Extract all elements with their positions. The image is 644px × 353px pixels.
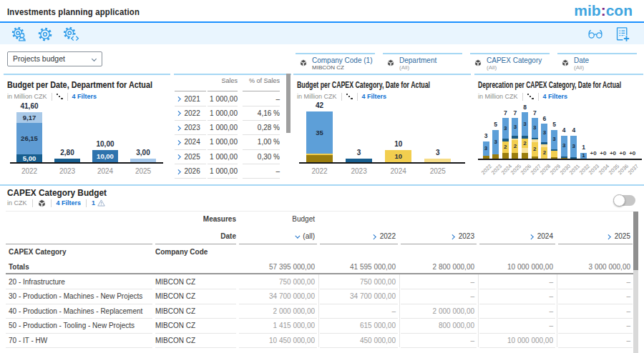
expand-chevron-icon[interactable] [176, 111, 180, 115]
filter-value: (All) [574, 64, 584, 71]
year-cell[interactable]: 2025 [177, 153, 208, 161]
header-underline [401, 244, 477, 244]
chart3-bar-segment[interactable] [532, 139, 538, 142]
budget-value-cell: 750 000,00 [239, 278, 317, 286]
chart2-bar-segment[interactable] [306, 154, 333, 155]
chart-filters-link[interactable]: 4 Filters [72, 93, 97, 100]
row-separator [155, 318, 236, 319]
row-separator [239, 289, 317, 289]
column-separator [557, 289, 557, 303]
drill-icon[interactable] [346, 94, 353, 100]
separator [86, 199, 87, 207]
year-cell[interactable]: 2023 [177, 124, 208, 131]
toolbar [0, 23, 644, 44]
drill-icon[interactable] [527, 94, 534, 100]
table-filters-link[interactable]: 4 Filters [57, 199, 82, 207]
chart3-bar-segment[interactable] [502, 139, 509, 141]
filter-token-company-code-1[interactable]: Company Code (1)MIBCON CZ [296, 53, 375, 71]
chart1-x-axis [10, 162, 163, 164]
year-column-label: 2022 [380, 232, 396, 240]
header-underline [239, 244, 317, 244]
expand-chevron-icon[interactable] [176, 154, 180, 159]
chart-filters-link[interactable]: 4 Filters [362, 93, 387, 100]
sales-table-scrollbar-thumb[interactable] [286, 74, 291, 133]
chevron-down-icon[interactable] [296, 234, 300, 238]
dimension-cube-icon [474, 59, 482, 66]
chart3-total-label: 4 [552, 126, 595, 134]
budget-value-cell: 450 000,00 [320, 337, 398, 344]
column-separator [399, 289, 400, 303]
row-separator [401, 304, 477, 304]
chart-unit-label: in Million CZK [297, 93, 337, 100]
user-gear-icon[interactable] [11, 26, 27, 42]
expand-chevron-icon[interactable] [176, 140, 180, 144]
expand-chevron-icon[interactable] [606, 234, 610, 239]
budget-value-cell: – [479, 292, 555, 300]
filter-token-department[interactable]: Department(All) [383, 53, 462, 71]
year-column-header[interactable]: 2025 [558, 232, 633, 240]
year-column-header[interactable]: 2023 [401, 232, 477, 240]
expand-chevron-icon[interactable] [176, 96, 180, 101]
chart3-bar-segment[interactable] [512, 153, 518, 159]
chart2-bar-segment[interactable] [306, 155, 333, 162]
chart2-segment-label: 10 [379, 152, 417, 160]
header-underline [175, 91, 206, 91]
expand-chevron-icon[interactable] [176, 126, 180, 130]
row-separator [239, 318, 317, 319]
expand-chevron-icon[interactable] [176, 169, 180, 174]
expand-chevron-icon[interactable] [529, 234, 533, 239]
year-label: 2023 [185, 124, 200, 131]
chart3-bar-segment[interactable] [522, 153, 528, 159]
year-column-header[interactable]: 2024 [479, 232, 555, 240]
chart3-bar-segment[interactable] [541, 142, 547, 144]
chart3-bar-segment[interactable] [551, 151, 557, 156]
warning-icon [97, 199, 105, 207]
chart3-bar-segment[interactable] [512, 136, 518, 138]
year-cell[interactable]: 2021 [177, 95, 208, 103]
row-separator [479, 333, 555, 334]
year-cell[interactable]: 2026 [177, 167, 208, 175]
chart3-bar-segment[interactable] [561, 156, 567, 158]
column-separator [557, 304, 557, 318]
bottom-section-rule [0, 184, 644, 186]
row-separator [243, 178, 280, 179]
date-value-cell[interactable]: (all) [239, 232, 317, 240]
logo-colon: : [601, 2, 606, 19]
row-separator [155, 347, 236, 348]
view-selector-dropdown[interactable]: Projects budget [7, 51, 102, 66]
chart3-bar-segment[interactable] [502, 153, 509, 159]
chart-filters-link[interactable]: 4 Filters [543, 93, 568, 100]
dimension-cube-icon[interactable] [38, 199, 46, 207]
chart3-bar-segment[interactable] [541, 144, 547, 147]
filter-token-capex-category[interactable]: CAPEX Category(All) [470, 53, 550, 71]
chart3-bar-segment[interactable] [522, 136, 528, 138]
gear-icon[interactable] [37, 26, 53, 42]
table-toggle-switch[interactable] [614, 195, 635, 206]
row-separator [175, 134, 206, 135]
dimension-cube-icon [562, 59, 569, 66]
year-cell[interactable]: 2024 [177, 138, 208, 146]
budget-table-scrollbar-thumb[interactable] [633, 212, 638, 270]
expand-chevron-icon[interactable] [450, 234, 454, 239]
chart2-axis-label: 2022 [298, 167, 341, 175]
chart3-bar-segment[interactable] [551, 149, 557, 151]
budget-value-cell: – [401, 292, 477, 300]
gear-code-icon[interactable] [63, 26, 79, 42]
measures-value-label[interactable]: Budget [239, 215, 317, 223]
separator [538, 93, 539, 101]
budget-value-cell: – [558, 322, 633, 329]
row-separator [401, 347, 477, 348]
warning-indicator[interactable]: 1 [92, 199, 105, 207]
year-cell[interactable]: 2022 [177, 109, 208, 117]
chart3-bar-segment[interactable] [532, 138, 538, 139]
form-add-icon[interactable] [615, 26, 631, 42]
expand-chevron-icon[interactable] [371, 234, 376, 239]
year-column-header[interactable]: 2022 [320, 232, 398, 240]
row-separator [6, 347, 152, 348]
drill-icon[interactable] [57, 94, 63, 100]
sales-value-cell: 1 000,00 [208, 153, 238, 161]
pct-sales-column-header: % of Sales [243, 77, 280, 84]
glasses-icon[interactable] [588, 29, 604, 44]
row-separator [558, 318, 633, 319]
filter-token-date[interactable]: Date(All) [557, 53, 637, 71]
